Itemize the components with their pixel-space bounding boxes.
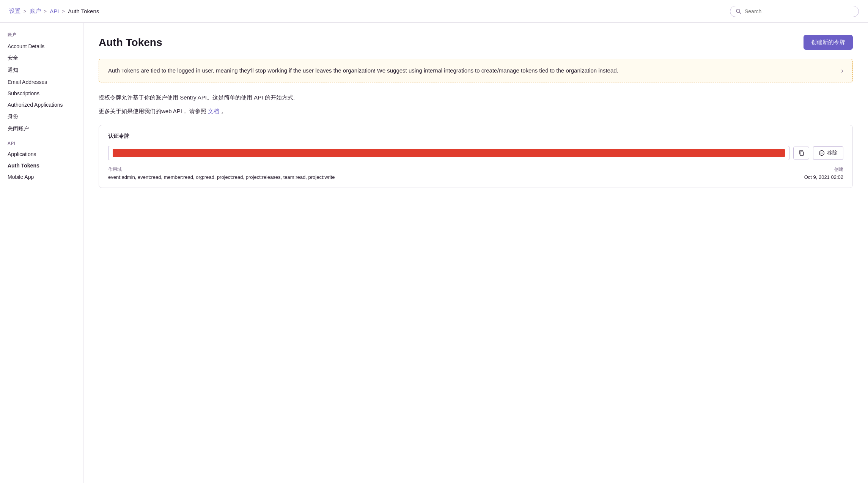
description-line1: 授权令牌允许基于你的账户使用 Sentry API。这是简单的使用 API 的开… (99, 93, 853, 102)
created-label: 创建 (804, 166, 843, 173)
breadcrumb-api[interactable]: API (50, 8, 59, 14)
sidebar-item-auth-tokens[interactable]: Auth Tokens (0, 160, 83, 171)
main-content: Auth Tokens 创建新的令牌 Auth Tokens are tied … (83, 23, 868, 483)
sidebar-item-security[interactable]: 安全 (0, 52, 83, 64)
layout: 账户 Account Details 安全 通知 Email Addresses… (0, 23, 868, 483)
breadcrumb-sep-3: > (62, 8, 65, 14)
token-card: 认证令牌 移除 (99, 125, 853, 188)
copy-icon (798, 150, 804, 156)
breadcrumb-auth-tokens: Auth Tokens (68, 8, 99, 14)
search-icon (736, 8, 742, 14)
sidebar-item-notifications[interactable]: 通知 (0, 64, 83, 76)
token-row: 移除 (108, 146, 843, 160)
search-bar[interactable] (730, 6, 859, 17)
token-created-section: 创建 Oct 9, 2021 02:02 (804, 166, 843, 180)
sidebar-item-authorized-applications[interactable]: Authorized Applications (0, 99, 83, 110)
token-input[interactable] (108, 146, 789, 160)
created-value: Oct 9, 2021 02:02 (804, 174, 843, 180)
token-scope-section: 作用域 event:admin, event:read, member:read… (108, 166, 335, 180)
token-meta: 作用域 event:admin, event:read, member:read… (108, 166, 843, 180)
create-token-button[interactable]: 创建新的令牌 (804, 35, 853, 50)
breadcrumb-sep-2: > (44, 8, 47, 14)
remove-label: 移除 (827, 150, 838, 156)
page-header: Auth Tokens 创建新的令牌 (99, 35, 853, 50)
description-line2: 更多关于如果使用我们的web API， 请参照 文档 。 (99, 107, 853, 116)
breadcrumb: 设置 > 账户 > API > Auth Tokens (9, 8, 99, 15)
sidebar-section-account-title: 账户 (0, 32, 83, 41)
sidebar-item-applications[interactable]: Applications (0, 148, 83, 160)
breadcrumb-account[interactable]: 账户 (30, 8, 41, 15)
copy-token-button[interactable] (793, 147, 809, 159)
svg-rect-2 (800, 152, 804, 155)
docs-link[interactable]: 文档 (208, 108, 219, 114)
description-line2-prefix: 更多关于如果使用我们的web API， 请参照 (99, 108, 206, 114)
token-input-wrapper (108, 146, 789, 160)
top-bar: 设置 > 账户 > API > Auth Tokens (0, 0, 868, 23)
sidebar-item-account-details[interactable]: Account Details (0, 41, 83, 52)
sidebar-item-subscriptions[interactable]: Subscriptions (0, 88, 83, 99)
remove-icon (819, 150, 825, 156)
token-card-title: 认证令牌 (108, 133, 843, 140)
sidebar-item-identity[interactable]: 身份 (0, 110, 83, 123)
remove-token-button[interactable]: 移除 (813, 146, 843, 160)
svg-line-1 (739, 12, 741, 14)
alert-box[interactable]: Auth Tokens are tied to the logged in us… (99, 59, 853, 82)
search-input[interactable] (745, 8, 853, 14)
breadcrumb-settings[interactable]: 设置 (9, 8, 20, 15)
sidebar: 账户 Account Details 安全 通知 Email Addresses… (0, 23, 83, 483)
page-title: Auth Tokens (99, 36, 162, 49)
sidebar-item-mobile-app[interactable]: Mobile App (0, 171, 83, 183)
sidebar-section-api-title: API (0, 141, 83, 148)
alert-chevron-icon: › (841, 67, 843, 75)
sidebar-item-email-addresses[interactable]: Email Addresses (0, 76, 83, 88)
scope-label: 作用域 (108, 166, 335, 173)
sidebar-item-close-account[interactable]: 关闭账户 (0, 123, 83, 135)
breadcrumb-sep-1: > (24, 8, 27, 14)
description-line2-suffix: 。 (221, 108, 227, 114)
alert-text: Auth Tokens are tied to the logged in us… (108, 66, 837, 75)
scope-value: event:admin, event:read, member:read, or… (108, 174, 335, 180)
